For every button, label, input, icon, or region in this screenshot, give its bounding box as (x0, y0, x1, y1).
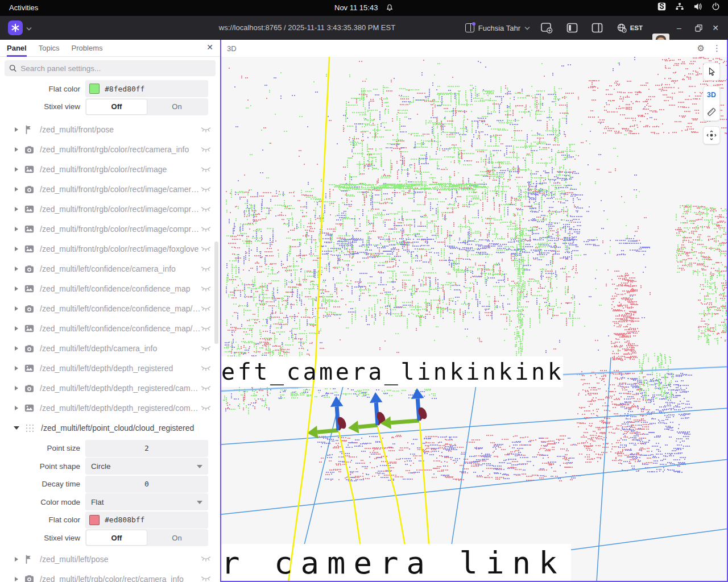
sidebar-topic-row[interactable]: /zed_multi/front/rgb/color/rect/image (0, 160, 220, 180)
number-field[interactable]: 0 (85, 476, 208, 493)
input-method-icon[interactable] (657, 2, 666, 13)
expand-chevron-icon[interactable] (15, 247, 18, 251)
layout-selector[interactable]: Fuchsia Tahr (465, 16, 530, 40)
toggle-option-off[interactable]: Off (86, 530, 147, 545)
select-field[interactable]: Circle (85, 458, 208, 475)
sidebar-topic-row[interactable]: /zed_multi/left/point_cloud/cloud_regist… (0, 418, 220, 438)
visibility-off-icon[interactable] (201, 186, 212, 193)
search-input[interactable] (20, 64, 211, 73)
3d-panel[interactable]: 3D ⚙ ⋮ eft_camera_linkinkink r camera li… (220, 40, 728, 582)
expand-chevron-icon[interactable] (15, 557, 18, 562)
toggle-option-off[interactable]: Off (86, 99, 147, 114)
visibility-off-icon[interactable] (201, 206, 212, 213)
sidebar-topic-row[interactable]: /zed_multi/front/rgb/color/rect/image/co… (0, 199, 220, 219)
color-swatch[interactable] (89, 515, 100, 525)
expand-chevron-icon[interactable] (15, 127, 18, 132)
visibility-off-icon[interactable] (201, 226, 212, 232)
measure-tool-button[interactable] (704, 103, 719, 120)
foxglove-logo[interactable] (8, 20, 23, 35)
sidebar-topic-row[interactable]: /zed_multi/left/depth/depth_registered/c… (0, 379, 220, 398)
visibility-off-icon[interactable] (201, 346, 212, 352)
left-sidebar-toggle[interactable] (566, 16, 578, 40)
setting-label: Flat color (0, 85, 85, 93)
collapse-chevron-icon[interactable] (14, 426, 19, 430)
sidebar-topic-row[interactable]: /zed_multi/front/rgb/color/rect/camera_i… (0, 140, 220, 160)
visibility-off-icon[interactable] (201, 405, 212, 411)
3d-panel-header[interactable]: 3D ⚙ ⋮ (221, 40, 727, 57)
3d-scene-canvas[interactable] (221, 57, 727, 581)
sidebar-topic-row[interactable]: /zed_multi/left/depth/depth_registered (0, 359, 220, 379)
expand-chevron-icon[interactable] (15, 167, 18, 172)
expand-chevron-icon[interactable] (15, 187, 18, 192)
expand-chevron-icon[interactable] (15, 227, 18, 231)
sidebar-topic-row[interactable]: /zed_multi/left/confidence/camera_info (0, 259, 220, 279)
expand-chevron-icon[interactable] (15, 366, 18, 371)
sidebar-topic-row[interactable]: /zed_multi/left/pose (0, 549, 220, 569)
sidebar-topic-row[interactable]: /zed_multi/front/rgb/color/rect/image/co… (0, 219, 220, 239)
visibility-off-icon[interactable] (201, 167, 212, 173)
3d-viewport[interactable]: eft_camera_linkinkink r camera link 3D (221, 57, 727, 581)
expand-chevron-icon[interactable] (15, 306, 18, 311)
sidebar-topic-row[interactable]: /zed_multi/left/confidence/confidence_ma… (0, 279, 220, 299)
minimize-button[interactable]: – (672, 16, 686, 40)
sidebar-topic-row[interactable]: /zed_multi/front/pose (0, 120, 220, 140)
toggle-option-on[interactable]: On (147, 530, 207, 545)
select-tool-button[interactable] (703, 63, 720, 81)
visibility-off-icon[interactable] (201, 365, 212, 372)
number-field[interactable]: 2 (85, 440, 208, 457)
visibility-off-icon[interactable] (201, 556, 212, 562)
timezone-indicator[interactable]: EST (617, 16, 643, 40)
3d-mode-button[interactable]: 3D (704, 86, 719, 103)
color-field[interactable]: #ed808bff (85, 512, 208, 529)
expand-chevron-icon[interactable] (15, 406, 18, 410)
add-panel-button[interactable] (540, 16, 553, 40)
visibility-off-icon[interactable] (201, 576, 212, 582)
visibility-off-icon[interactable] (201, 326, 212, 332)
sidebar-close-icon[interactable]: ✕ (206, 43, 213, 52)
sidebar-scrollbar[interactable] (214, 242, 218, 344)
restore-button[interactable] (692, 16, 705, 40)
panel-settings-gear-icon[interactable]: ⚙ (697, 43, 705, 53)
power-icon[interactable] (712, 2, 720, 13)
expand-chevron-icon[interactable] (15, 267, 18, 271)
expand-chevron-icon[interactable] (15, 346, 18, 351)
expand-chevron-icon[interactable] (15, 577, 18, 581)
expand-chevron-icon[interactable] (15, 286, 18, 291)
expand-chevron-icon[interactable] (15, 207, 18, 211)
expand-chevron-icon[interactable] (15, 147, 18, 152)
sidebar-topic-row[interactable]: /zed_multi/left/confidence/confidence_ma… (0, 299, 220, 319)
app-menu-chevron-icon[interactable] (26, 24, 32, 32)
connection-status[interactable]: ws://localhost:8765 / 2025-11-11 3:43:35… (171, 23, 444, 32)
sidebar-topic-row[interactable]: /zed_multi/left/rgb/color/rect/camera_in… (0, 569, 220, 582)
visibility-off-icon[interactable] (201, 147, 212, 153)
visibility-off-icon[interactable] (201, 385, 212, 392)
expand-chevron-icon[interactable] (15, 326, 18, 331)
expand-chevron-icon[interactable] (15, 386, 18, 390)
visibility-off-icon[interactable] (201, 127, 212, 133)
sidebar-topic-row[interactable]: /zed_multi/front/rgb/color/rect/image/fo… (0, 239, 220, 259)
topic-settings-group-top: Flat color#8fed80ffStixel viewOffOn (0, 80, 220, 115)
sidebar-topic-row[interactable]: /zed_multi/front/rgb/color/rect/image/ca… (0, 180, 220, 199)
tab-topics[interactable]: Topics (39, 40, 60, 57)
visibility-off-icon[interactable] (201, 266, 212, 272)
color-swatch[interactable] (89, 84, 100, 94)
right-sidebar-toggle[interactable] (592, 16, 603, 40)
workspace-switcher-icon[interactable] (675, 2, 684, 13)
close-button[interactable]: ✕ (709, 16, 722, 40)
toggle-option-on[interactable]: On (147, 99, 207, 114)
tab-panel[interactable]: Panel (7, 40, 27, 57)
visibility-off-icon[interactable] (201, 286, 212, 292)
camera-controls-button[interactable] (703, 126, 720, 144)
sidebar-topic-row[interactable]: /zed_multi/left/depth/depth_registered/c… (0, 398, 220, 418)
panel-menu-kebab-icon[interactable]: ⋮ (713, 43, 721, 53)
sidebar-topic-row[interactable]: /zed_multi/left/depth/camera_info (0, 339, 220, 359)
sidebar-topic-row[interactable]: /zed_multi/left/confidence/confidence_ma… (0, 319, 220, 339)
visibility-off-icon[interactable] (201, 246, 212, 252)
search-panel-settings[interactable] (5, 60, 216, 76)
tab-problems[interactable]: Problems (72, 40, 103, 57)
visibility-off-icon[interactable] (201, 306, 212, 312)
clock-label[interactable]: Nov 11 15:43 (334, 3, 378, 12)
volume-icon[interactable] (693, 2, 702, 13)
select-field[interactable]: Flat (85, 493, 208, 510)
color-field[interactable]: #8fed80ff (85, 80, 208, 97)
